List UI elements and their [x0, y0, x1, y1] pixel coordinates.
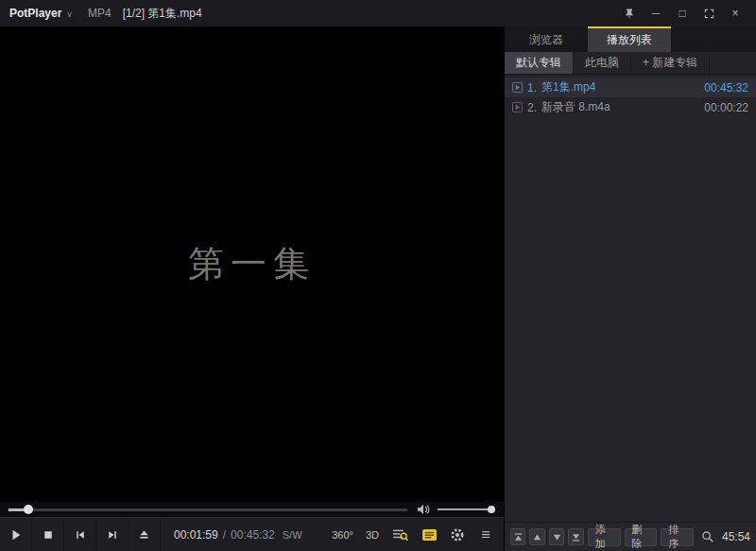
play-icon	[9, 528, 23, 542]
video-area[interactable]: 第一集	[0, 26, 504, 502]
seek-track	[9, 508, 407, 511]
menu-button[interactable]: ≡	[473, 523, 498, 547]
playlist-item-name: 新录音 8.m4a	[541, 99, 610, 115]
app-title: PotPlayer	[9, 7, 61, 20]
search-icon	[701, 530, 714, 543]
eject-icon	[138, 528, 150, 541]
pin-button[interactable]	[618, 3, 641, 24]
control-bar: 00:01:59 / 00:45:32 S/W 360° 3D	[0, 517, 504, 551]
time-separator: /	[223, 528, 226, 542]
seek-bar[interactable]	[9, 502, 407, 517]
sort-button[interactable]: 排序	[661, 528, 694, 546]
delete-button[interactable]: 删除	[625, 528, 658, 546]
time-display: 00:01:59 / 00:45:32 S/W	[174, 528, 302, 542]
playlist-item-duration: 00:45:32	[704, 81, 748, 95]
tab-browser-label: 浏览器	[529, 32, 563, 48]
playlist-item-name: 第1集.mp4	[541, 79, 595, 95]
maximize-button[interactable]: □	[671, 3, 694, 24]
playlist-item[interactable]: 2. 新录音 8.m4a 00:00:22	[505, 97, 756, 117]
minimize-button[interactable]: ─	[644, 3, 667, 24]
playlist-item-index: 1.	[527, 81, 537, 95]
playlist-item[interactable]: 1. 第1集.mp4 00:45:32	[505, 77, 756, 97]
move-up-icon	[533, 533, 541, 542]
current-time: 00:01:59	[174, 528, 218, 542]
album-tab-new[interactable]: + 新建专辑	[631, 52, 710, 74]
window-title: [1/2] 第1集.mp4	[123, 6, 202, 22]
move-up-button[interactable]	[529, 528, 544, 545]
seek-row	[0, 502, 504, 517]
sidebar-tabs: 浏览器 播放列表	[505, 26, 756, 52]
gear-icon	[450, 527, 465, 542]
album-tabs: 默认专辑 此电脑 + 新建专辑	[505, 52, 756, 75]
hamburger-icon: ≡	[481, 526, 490, 543]
tab-browser[interactable]: 浏览器	[505, 26, 588, 52]
scene-search-button[interactable]	[388, 523, 413, 547]
codec-badge: MP4	[88, 7, 112, 20]
album-tab-default[interactable]: 默认专辑	[505, 52, 574, 74]
video-overlay-text: 第一集	[188, 240, 316, 288]
app-menu-button[interactable]: PotPlayer ∨	[9, 7, 73, 20]
titlebar: PotPlayer ∨ MP4 [1/2] 第1集.mp4 ─ □ ×	[0, 0, 756, 26]
album-tab-new-label: + 新建专辑	[643, 55, 697, 71]
stop-icon	[43, 529, 54, 541]
mode-3d-button[interactable]: 3D	[360, 523, 385, 547]
stop-button[interactable]	[32, 518, 64, 551]
move-bottom-icon	[572, 533, 580, 542]
volume-button[interactable]	[417, 504, 430, 515]
move-top-button[interactable]	[510, 528, 525, 545]
render-mode-badge: S/W	[283, 529, 302, 541]
previous-button[interactable]	[64, 518, 96, 551]
move-top-icon	[514, 533, 523, 542]
scene-search-icon	[392, 527, 409, 542]
playlist: 1. 第1集.mp4 00:45:32 2. 新录音 8.m4a 00:00:2…	[505, 75, 756, 522]
chevron-down-icon: ∨	[66, 9, 73, 19]
media-file-icon	[512, 82, 523, 93]
add-button[interactable]: 添加	[588, 528, 621, 546]
settings-button[interactable]	[445, 523, 470, 547]
vr-360-button[interactable]: 360°	[329, 523, 356, 547]
potplayer-window: PotPlayer ∨ MP4 [1/2] 第1集.mp4 ─ □ ×	[0, 0, 756, 551]
playlist-toggle-button[interactable]	[417, 523, 441, 547]
window-controls: ─ □ ×	[618, 3, 747, 24]
playlist-total-time: 45:54	[722, 530, 750, 543]
close-button[interactable]: ×	[724, 3, 747, 24]
tab-playlist-label: 播放列表	[607, 32, 652, 48]
total-time: 00:45:32	[231, 528, 275, 542]
move-down-icon	[553, 533, 561, 542]
playlist-item-duration: 00:00:22	[704, 101, 748, 114]
next-icon	[106, 529, 119, 541]
eject-button[interactable]	[129, 518, 161, 551]
media-file-icon	[512, 102, 523, 112]
album-tab-this-pc[interactable]: 此电脑	[574, 52, 631, 74]
fullscreen-icon	[704, 9, 714, 19]
fullscreen-button[interactable]	[697, 3, 720, 24]
pin-icon	[624, 8, 635, 19]
playlist-sidebar: 浏览器 播放列表 默认专辑 此电脑 + 新建专辑	[504, 26, 756, 551]
tab-playlist[interactable]: 播放列表	[588, 26, 671, 52]
volume-fill	[438, 508, 495, 510]
album-tab-default-label: 默认专辑	[516, 55, 561, 71]
next-button[interactable]	[96, 518, 129, 551]
move-bottom-button[interactable]	[568, 528, 583, 545]
playlist-search-button[interactable]	[701, 530, 714, 543]
previous-icon	[74, 529, 87, 541]
player-pane: 第一集	[0, 26, 504, 551]
volume-slider[interactable]	[438, 502, 495, 517]
right-controls: 360° 3D	[329, 523, 504, 547]
speaker-icon	[417, 504, 430, 515]
seek-knob[interactable]	[24, 505, 33, 514]
play-button[interactable]	[0, 518, 32, 551]
playlist-item-index: 2.	[527, 101, 537, 114]
volume-knob[interactable]	[488, 506, 495, 513]
move-down-button[interactable]	[549, 528, 564, 545]
album-tab-this-pc-label: 此电脑	[585, 55, 619, 71]
playlist-panel-icon	[421, 528, 438, 542]
playlist-footer: 添加 删除 排序 45:54	[505, 522, 756, 551]
main-area: 第一集	[0, 26, 756, 551]
